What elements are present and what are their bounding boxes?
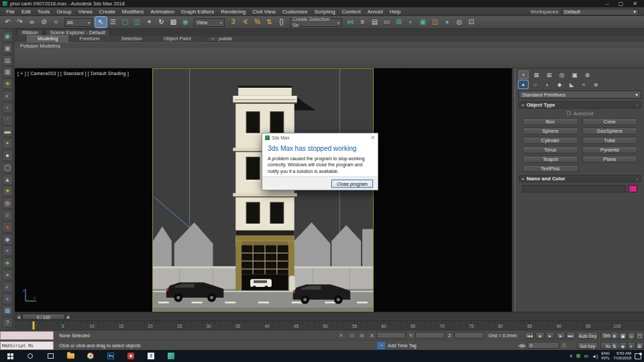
menu-item[interactable]: Modifiers — [119, 7, 147, 16]
fan-light-icon[interactable]: + — [2, 103, 13, 113]
tab-ribbon[interactable]: Ribbon — [17, 29, 43, 36]
zoom-extents-all-icon[interactable]: ▢ — [636, 332, 644, 339]
hierarchy-tab[interactable]: ⊞ — [544, 70, 554, 79]
menu-item[interactable]: Group — [53, 7, 74, 16]
primitive-button[interactable]: Tube — [582, 137, 638, 144]
space-warps-category[interactable]: ≈ — [579, 80, 588, 88]
absolute-mode-icon[interactable]: ⊡ — [350, 333, 354, 339]
primitive-type-dropdown[interactable]: Standard Primitives ▾ — [519, 90, 641, 99]
wire-sphere-icon[interactable]: ◯ — [2, 162, 13, 173]
primitive-button[interactable]: Sphere — [523, 127, 578, 135]
target-light-icon[interactable]: ◎ — [2, 198, 13, 208]
undo-icon[interactable]: ↶ — [2, 17, 13, 27]
select-and-rotate-icon[interactable]: ↻ — [156, 17, 167, 27]
render-setup-icon[interactable]: ▣ — [417, 17, 429, 27]
rendered-frame-icon[interactable]: ◫ — [429, 17, 441, 27]
reference-coordinate-dropdown[interactable]: View▾ — [194, 18, 225, 27]
plane-light-icon[interactable]: ▬ — [2, 126, 13, 137]
sphere-light-icon[interactable]: ● — [2, 150, 13, 161]
snaps-toggle-icon[interactable]: 3 — [227, 17, 239, 27]
maxscript-macro-recorder[interactable] — [0, 331, 54, 340]
select-object-icon[interactable]: ↖ — [95, 17, 107, 27]
fur-icon[interactable]: ● — [2, 269, 13, 280]
named-selection-set-input[interactable]: Create Selection Se▾ — [290, 18, 342, 27]
zoom-region-icon[interactable]: ⇅ — [610, 342, 619, 349]
volume-tray-icon[interactable]: ◄) — [592, 354, 598, 359]
ribbon-tab-modeling[interactable]: Modeling — [27, 36, 68, 42]
go-to-start-button[interactable]: |◀◀ — [525, 332, 534, 339]
menu-item[interactable]: Customize — [279, 7, 311, 16]
offset-mode-icon[interactable]: ⊞ — [360, 333, 364, 339]
spinner-snap-icon[interactable]: ⇅ — [264, 17, 275, 27]
hidden-icons-chevron[interactable]: ∧ — [570, 353, 573, 359]
select-by-name-icon[interactable]: ☰ — [107, 17, 119, 27]
safe-frames-icon[interactable]: ◉ — [2, 31, 13, 42]
render-production-icon[interactable]: ● — [441, 17, 453, 27]
menu-item[interactable]: Content — [339, 7, 364, 16]
ribbon-config-icon[interactable]: ▾ — [207, 36, 219, 42]
spotlight-icon[interactable]: ◐ — [2, 90, 13, 101]
menu-item[interactable]: Arnold — [364, 7, 386, 16]
shadow-sphere-icon[interactable]: ◐ — [2, 282, 13, 292]
utilities-tab[interactable]: ⊗ — [582, 70, 592, 79]
sunlight-icon[interactable]: ☀ — [2, 78, 13, 89]
z-coord-field[interactable] — [454, 332, 484, 339]
close-program-button[interactable]: Close program — [331, 180, 373, 188]
ribbon-toggle-icon[interactable]: ▭ — [381, 17, 392, 27]
workspaces-dropdown[interactable]: Default ▾ — [561, 9, 639, 15]
environment-icon[interactable]: ● — [2, 245, 13, 256]
camera-icon[interactable]: ◆ — [2, 234, 13, 245]
lights-category[interactable]: ◐ — [543, 80, 552, 88]
primitive-button[interactable]: Cylinder — [523, 137, 578, 144]
next-frame-arrow[interactable]: ▶ — [66, 314, 71, 320]
object-color-swatch[interactable] — [629, 185, 637, 192]
add-time-tag[interactable]: Add Time Tag — [388, 343, 417, 348]
primitive-button[interactable]: TextPlus — [523, 165, 578, 172]
next-frame-button[interactable]: |▶ — [556, 332, 566, 339]
motion-tab[interactable]: ◎ — [557, 70, 567, 79]
track-bar[interactable]: 5101520253035404550556065707580859095100 — [15, 320, 644, 330]
dome-light-icon[interactable]: ◓ — [2, 138, 13, 149]
language-indicator[interactable]: ENGINTL — [601, 351, 610, 361]
photoshop-button[interactable] — [101, 350, 121, 362]
cameras-category[interactable]: ◆ — [555, 80, 564, 88]
menu-item[interactable]: File — [3, 7, 18, 16]
antivirus-tray-icon[interactable]: ▦ — [576, 353, 581, 359]
auto-key-button[interactable]: Auto Key — [577, 332, 598, 339]
zoom-extents-icon[interactable]: ◎ — [627, 332, 635, 339]
open-arnold-icon[interactable]: ⊡ — [466, 17, 477, 27]
primitive-button[interactable]: Plane — [582, 156, 638, 163]
menu-item[interactable]: Views — [75, 7, 96, 16]
primitive-button[interactable]: Cone — [582, 118, 638, 125]
sun-icon[interactable]: ☀ — [2, 186, 13, 196]
primitive-button[interactable]: Teapot — [523, 156, 578, 163]
action-center-icon[interactable] — [635, 353, 641, 359]
viewport-label[interactable]: [ + ] [ Camera003 ] [ Standard ] [ Defau… — [17, 71, 129, 76]
taskbar-clock[interactable]: 9:53 AM7/16/2018 — [613, 351, 631, 361]
menu-item[interactable]: Create — [96, 7, 119, 16]
create-tab[interactable]: + — [519, 70, 529, 79]
scene-list-icon[interactable]: ▤ — [2, 55, 13, 66]
bind-to-space-warp-icon[interactable]: ≈ — [50, 17, 62, 27]
go-to-end-button[interactable]: ▶▶| — [566, 332, 576, 339]
zoom-all-icon[interactable]: ▣ — [619, 332, 627, 339]
maxscript-mini-listener[interactable]: MAXScript Mi — [0, 341, 54, 350]
helpers-category[interactable]: ◣ — [567, 80, 576, 88]
menu-item[interactable]: Civil View — [249, 7, 279, 16]
help-circle-icon[interactable]: ? — [2, 317, 13, 328]
cone-light-icon[interactable]: ▲ — [2, 174, 13, 185]
key-mode-toggle-icon[interactable]: ◀▶ — [518, 343, 526, 349]
max-document-button[interactable] — [141, 350, 161, 362]
cortana-button[interactable] — [20, 350, 40, 362]
display-tab[interactable]: ▣ — [570, 70, 580, 79]
shapes-category[interactable]: ○ — [531, 80, 540, 88]
task-view-button[interactable] — [40, 350, 60, 362]
select-and-scale-icon[interactable]: ▧ — [168, 17, 179, 27]
previous-frame-button[interactable]: ◀| — [535, 332, 545, 339]
selection-filter-dropdown[interactable]: All▾ — [64, 18, 93, 27]
select-and-link-icon[interactable]: ∞ — [26, 17, 38, 27]
minimize-button[interactable]: – — [606, 1, 608, 7]
redo-icon[interactable]: ↷ — [14, 17, 25, 27]
time-slider-handle[interactable]: 0 / 100 — [22, 314, 65, 320]
mirror-icon[interactable]: ⋈ — [345, 17, 356, 27]
